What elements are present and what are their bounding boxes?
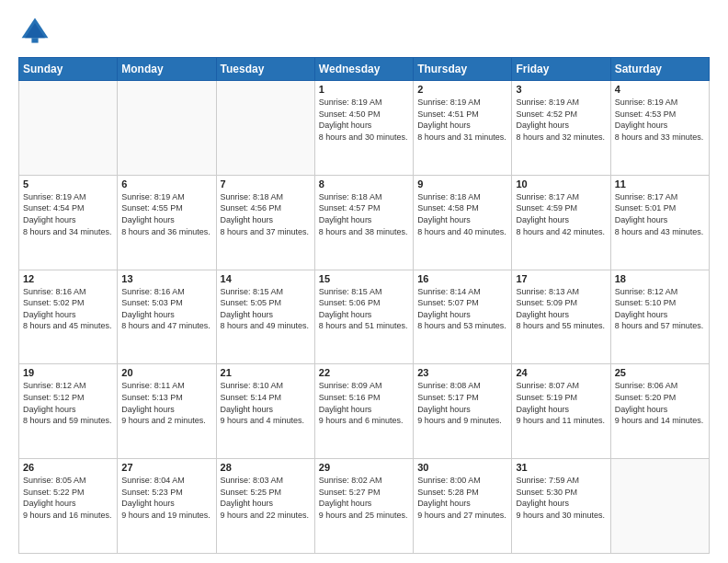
day-info: Sunrise: 8:05 AMSunset: 5:22 PMDaylight … bbox=[23, 475, 113, 521]
day-info: Sunrise: 8:19 AMSunset: 4:53 PMDaylight … bbox=[615, 97, 705, 143]
day-info: Sunrise: 8:18 AMSunset: 4:58 PMDaylight … bbox=[417, 191, 507, 237]
svg-rect-2 bbox=[31, 38, 38, 42]
day-info: Sunrise: 8:18 AMSunset: 4:57 PMDaylight … bbox=[319, 191, 409, 237]
week-row-3: 12Sunrise: 8:16 AMSunset: 5:02 PMDayligh… bbox=[19, 270, 710, 364]
weekday-header-monday: Monday bbox=[118, 58, 216, 81]
day-number: 11 bbox=[615, 178, 705, 190]
calendar-cell: 30Sunrise: 8:00 AMSunset: 5:28 PMDayligh… bbox=[414, 459, 512, 554]
day-number: 5 bbox=[23, 178, 113, 190]
calendar-cell: 17Sunrise: 8:13 AMSunset: 5:09 PMDayligh… bbox=[512, 270, 610, 364]
calendar-cell: 19Sunrise: 8:12 AMSunset: 5:12 PMDayligh… bbox=[19, 364, 118, 459]
calendar-cell: 6Sunrise: 8:19 AMSunset: 4:55 PMDaylight… bbox=[118, 175, 216, 270]
calendar-cell: 16Sunrise: 8:14 AMSunset: 5:07 PMDayligh… bbox=[414, 270, 512, 364]
calendar-cell: 8Sunrise: 8:18 AMSunset: 4:57 PMDaylight… bbox=[314, 175, 413, 270]
day-number: 15 bbox=[319, 273, 409, 284]
day-info: Sunrise: 8:10 AMSunset: 5:14 PMDaylight … bbox=[221, 380, 311, 426]
day-number: 13 bbox=[121, 273, 211, 284]
calendar-cell: 23Sunrise: 8:08 AMSunset: 5:17 PMDayligh… bbox=[414, 364, 512, 459]
calendar-cell: 2Sunrise: 8:19 AMSunset: 4:51 PMDaylight… bbox=[414, 81, 512, 176]
calendar-cell: 28Sunrise: 8:03 AMSunset: 5:25 PMDayligh… bbox=[216, 459, 314, 554]
page: SundayMondayTuesdayWednesdayThursdayFrid… bbox=[0, 0, 728, 563]
day-info: Sunrise: 8:18 AMSunset: 4:56 PMDaylight … bbox=[221, 191, 311, 237]
day-info: Sunrise: 8:14 AMSunset: 5:07 PMDaylight … bbox=[417, 286, 507, 332]
day-number: 20 bbox=[121, 367, 211, 378]
calendar-cell: 29Sunrise: 8:02 AMSunset: 5:27 PMDayligh… bbox=[314, 459, 413, 554]
day-info: Sunrise: 8:11 AMSunset: 5:13 PMDaylight … bbox=[121, 380, 211, 426]
day-info: Sunrise: 8:16 AMSunset: 5:03 PMDaylight … bbox=[121, 286, 211, 332]
day-number: 21 bbox=[221, 367, 311, 378]
day-info: Sunrise: 8:03 AMSunset: 5:25 PMDaylight … bbox=[221, 475, 311, 521]
day-info: Sunrise: 8:12 AMSunset: 5:12 PMDaylight … bbox=[23, 380, 113, 426]
calendar-cell: 10Sunrise: 8:17 AMSunset: 4:59 PMDayligh… bbox=[512, 175, 610, 270]
weekday-header-friday: Friday bbox=[512, 58, 610, 81]
day-number: 18 bbox=[615, 273, 705, 284]
calendar-cell bbox=[216, 81, 314, 176]
logo bbox=[18, 15, 55, 48]
day-number: 29 bbox=[319, 462, 409, 473]
calendar-cell: 24Sunrise: 8:07 AMSunset: 5:19 PMDayligh… bbox=[512, 364, 610, 459]
day-info: Sunrise: 8:17 AMSunset: 4:59 PMDaylight … bbox=[516, 191, 606, 237]
day-info: Sunrise: 8:04 AMSunset: 5:23 PMDaylight … bbox=[121, 475, 211, 521]
day-number: 8 bbox=[319, 178, 409, 190]
calendar-cell: 31Sunrise: 7:59 AMSunset: 5:30 PMDayligh… bbox=[512, 459, 610, 554]
day-number: 14 bbox=[221, 273, 311, 284]
day-info: Sunrise: 8:09 AMSunset: 5:16 PMDaylight … bbox=[319, 380, 409, 426]
calendar-cell: 27Sunrise: 8:04 AMSunset: 5:23 PMDayligh… bbox=[118, 459, 216, 554]
day-info: Sunrise: 8:07 AMSunset: 5:19 PMDaylight … bbox=[516, 380, 606, 426]
day-info: Sunrise: 8:15 AMSunset: 5:06 PMDaylight … bbox=[319, 286, 409, 332]
day-number: 1 bbox=[319, 84, 409, 95]
weekday-header-wednesday: Wednesday bbox=[314, 58, 413, 81]
day-number: 17 bbox=[516, 273, 606, 284]
day-info: Sunrise: 8:00 AMSunset: 5:28 PMDaylight … bbox=[417, 475, 507, 521]
day-number: 16 bbox=[417, 273, 507, 284]
calendar-cell: 22Sunrise: 8:09 AMSunset: 5:16 PMDayligh… bbox=[314, 364, 413, 459]
day-number: 10 bbox=[516, 178, 606, 190]
day-number: 25 bbox=[615, 367, 705, 378]
calendar-cell: 25Sunrise: 8:06 AMSunset: 5:20 PMDayligh… bbox=[610, 364, 709, 459]
calendar-cell bbox=[610, 459, 709, 554]
day-info: Sunrise: 8:16 AMSunset: 5:02 PMDaylight … bbox=[23, 286, 113, 332]
week-row-1: 1Sunrise: 8:19 AMSunset: 4:50 PMDaylight… bbox=[19, 81, 710, 176]
day-number: 19 bbox=[23, 367, 113, 378]
logo-icon bbox=[18, 15, 51, 48]
day-number: 2 bbox=[417, 84, 507, 95]
day-info: Sunrise: 8:19 AMSunset: 4:50 PMDaylight … bbox=[319, 97, 409, 143]
day-info: Sunrise: 8:19 AMSunset: 4:54 PMDaylight … bbox=[23, 191, 113, 237]
day-number: 6 bbox=[121, 178, 211, 190]
day-number: 26 bbox=[23, 462, 113, 473]
day-number: 12 bbox=[23, 273, 113, 284]
week-row-2: 5Sunrise: 8:19 AMSunset: 4:54 PMDaylight… bbox=[19, 175, 710, 270]
day-number: 24 bbox=[516, 367, 606, 378]
calendar-cell: 21Sunrise: 8:10 AMSunset: 5:14 PMDayligh… bbox=[216, 364, 314, 459]
day-number: 28 bbox=[221, 462, 311, 473]
calendar-cell: 12Sunrise: 8:16 AMSunset: 5:02 PMDayligh… bbox=[19, 270, 118, 364]
day-info: Sunrise: 8:19 AMSunset: 4:52 PMDaylight … bbox=[516, 97, 606, 143]
calendar-cell: 15Sunrise: 8:15 AMSunset: 5:06 PMDayligh… bbox=[314, 270, 413, 364]
day-info: Sunrise: 8:17 AMSunset: 5:01 PMDaylight … bbox=[615, 191, 705, 237]
day-info: Sunrise: 8:08 AMSunset: 5:17 PMDaylight … bbox=[417, 380, 507, 426]
calendar-cell: 5Sunrise: 8:19 AMSunset: 4:54 PMDaylight… bbox=[19, 175, 118, 270]
calendar-cell: 4Sunrise: 8:19 AMSunset: 4:53 PMDaylight… bbox=[610, 81, 709, 176]
weekday-header-saturday: Saturday bbox=[610, 58, 709, 81]
weekday-header-tuesday: Tuesday bbox=[216, 58, 314, 81]
day-info: Sunrise: 8:13 AMSunset: 5:09 PMDaylight … bbox=[516, 286, 606, 332]
calendar-table: SundayMondayTuesdayWednesdayThursdayFrid… bbox=[18, 57, 710, 554]
day-info: Sunrise: 8:19 AMSunset: 4:51 PMDaylight … bbox=[417, 97, 507, 143]
day-number: 7 bbox=[221, 178, 311, 190]
day-number: 9 bbox=[417, 178, 507, 190]
day-number: 30 bbox=[417, 462, 507, 473]
header bbox=[18, 15, 710, 48]
calendar-cell: 1Sunrise: 8:19 AMSunset: 4:50 PMDaylight… bbox=[314, 81, 413, 176]
calendar-cell: 3Sunrise: 8:19 AMSunset: 4:52 PMDaylight… bbox=[512, 81, 610, 176]
day-info: Sunrise: 8:19 AMSunset: 4:55 PMDaylight … bbox=[121, 191, 211, 237]
calendar-cell: 18Sunrise: 8:12 AMSunset: 5:10 PMDayligh… bbox=[610, 270, 709, 364]
day-number: 4 bbox=[615, 84, 705, 95]
day-info: Sunrise: 7:59 AMSunset: 5:30 PMDaylight … bbox=[516, 475, 606, 521]
calendar-cell: 9Sunrise: 8:18 AMSunset: 4:58 PMDaylight… bbox=[414, 175, 512, 270]
day-number: 3 bbox=[516, 84, 606, 95]
day-number: 31 bbox=[516, 462, 606, 473]
day-info: Sunrise: 8:06 AMSunset: 5:20 PMDaylight … bbox=[615, 380, 705, 426]
calendar-cell: 14Sunrise: 8:15 AMSunset: 5:05 PMDayligh… bbox=[216, 270, 314, 364]
calendar-cell bbox=[118, 81, 216, 176]
weekday-header-row: SundayMondayTuesdayWednesdayThursdayFrid… bbox=[19, 58, 710, 81]
